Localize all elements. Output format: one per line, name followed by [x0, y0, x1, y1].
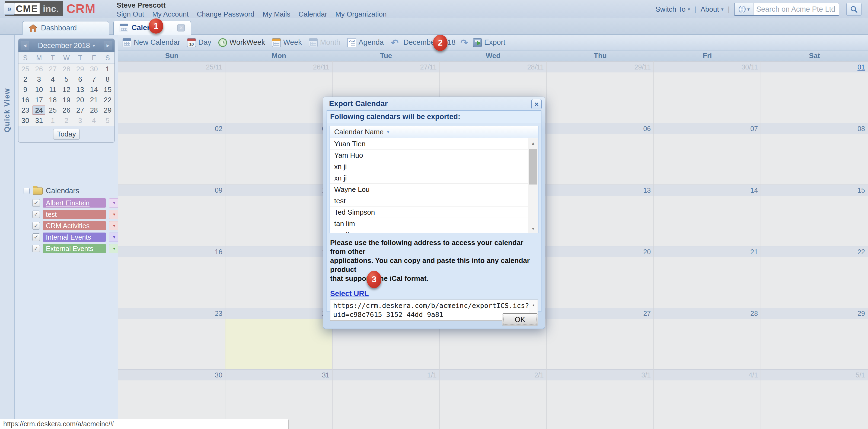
select-url-link[interactable]: Select URL — [330, 289, 369, 298]
day-cell-body[interactable] — [547, 380, 653, 429]
date-link[interactable]: 07 — [750, 125, 758, 132]
header-menu-link[interactable]: My Account — [152, 10, 188, 19]
header-menu-link[interactable]: My Mails — [262, 10, 290, 19]
date-link[interactable]: 31 — [322, 371, 330, 379]
calendar-checkbox[interactable]: ✓ — [32, 245, 40, 252]
sidebar-collapse-button[interactable]: » — [4, 3, 15, 14]
mini-date-cell[interactable]: 31 — [32, 115, 46, 126]
calendar-menu-button[interactable]: ▼ — [109, 210, 120, 219]
day-cell-body[interactable] — [225, 196, 332, 246]
mini-date-cell[interactable]: 17 — [32, 95, 46, 105]
search-input[interactable] — [753, 3, 839, 15]
mini-calendar-title[interactable]: December 2018 ▾ — [38, 41, 95, 50]
list-item[interactable]: Yam Huo — [330, 150, 538, 161]
date-link[interactable]: 28 — [750, 310, 758, 317]
date-link[interactable]: 28/11 — [527, 63, 544, 71]
quick-view-strip[interactable]: Quick View — [0, 35, 14, 429]
mini-date-cell[interactable]: 29 — [101, 105, 115, 115]
date-link[interactable]: 01 — [858, 63, 865, 71]
mini-date-cell[interactable]: 11 — [46, 84, 60, 95]
date-link[interactable]: 29 — [858, 310, 865, 317]
date-link[interactable]: 02 — [215, 125, 222, 132]
list-item[interactable]: test — [330, 195, 538, 207]
date-link[interactable]: 21 — [750, 248, 758, 255]
mini-date-cell[interactable]: 2 — [60, 115, 73, 126]
workweek-view-button[interactable]: WorkWeek — [218, 38, 265, 47]
day-cell-body[interactable] — [118, 72, 225, 123]
day-cell-body[interactable] — [654, 257, 761, 308]
date-link[interactable]: 20 — [643, 248, 651, 255]
mini-date-cell[interactable]: 18 — [46, 95, 60, 105]
list-item[interactable]: xn ji — [330, 161, 538, 172]
mini-prev-month-button[interactable]: ◄ — [21, 41, 29, 50]
mini-date-cell[interactable]: 2 — [19, 74, 32, 84]
mini-date-cell[interactable]: 26 — [32, 64, 46, 74]
mini-date-cell[interactable]: 7 — [87, 74, 101, 84]
day-view-button[interactable]: 10 Day — [187, 38, 211, 47]
calendar-checkbox[interactable]: ✓ — [32, 211, 40, 218]
list-item[interactable]: Yuan Tien — [330, 138, 538, 150]
date-link[interactable]: 30 — [215, 371, 222, 379]
today-button[interactable]: Today — [53, 129, 80, 140]
date-link[interactable]: 14 — [750, 186, 758, 194]
mini-date-cell[interactable]: 27 — [46, 64, 60, 74]
day-cell-body[interactable] — [118, 134, 225, 185]
day-cell-body[interactable] — [761, 380, 868, 429]
mini-date-cell[interactable]: 3 — [32, 74, 46, 84]
day-cell-body[interactable] — [118, 257, 225, 308]
mini-date-cell[interactable]: 30 — [19, 115, 32, 126]
mini-date-cell[interactable]: 4 — [46, 74, 60, 84]
mini-date-cell[interactable]: 23 — [19, 105, 32, 115]
day-cell-body[interactable] — [440, 380, 547, 429]
scroll-up-icon[interactable]: ▲ — [528, 139, 538, 148]
date-link[interactable]: 06 — [643, 125, 651, 132]
calendar-color-bar[interactable]: test — [43, 210, 106, 219]
date-link[interactable]: 30/11 — [741, 63, 758, 71]
day-cell-body[interactable] — [761, 257, 868, 308]
header-menu-link[interactable]: Calendar — [299, 10, 328, 19]
list-item[interactable]: Ted Simpson — [330, 207, 538, 218]
new-calendar-button[interactable]: New Calendar — [123, 38, 180, 47]
day-cell-body[interactable] — [225, 257, 332, 308]
day-cell-body[interactable] — [547, 257, 653, 308]
calendar-checkbox[interactable]: ✓ — [32, 199, 40, 207]
mini-date-cell[interactable]: 25 — [19, 64, 32, 74]
day-cell-body[interactable] — [761, 72, 868, 123]
search-scope-button[interactable]: ▾ — [735, 3, 753, 15]
mini-date-cell[interactable]: 10 — [32, 84, 46, 95]
mini-date-cell[interactable]: 28 — [60, 64, 73, 74]
calendar-color-bar[interactable]: External Events — [43, 244, 106, 253]
day-cell-body[interactable] — [547, 196, 653, 246]
tab-dashboard[interactable]: Dashboard — [22, 21, 109, 35]
mini-date-cell[interactable]: 28 — [87, 105, 101, 115]
collapse-node-icon[interactable]: − — [24, 188, 30, 194]
date-link[interactable]: 08 — [858, 125, 865, 132]
day-cell-body[interactable] — [654, 72, 761, 123]
date-link[interactable]: 1/1 — [427, 371, 437, 379]
mini-date-cell[interactable]: 13 — [73, 84, 87, 95]
day-cell-body[interactable] — [547, 72, 653, 123]
scroll-up-icon[interactable]: ▲ — [529, 300, 538, 310]
date-link[interactable]: 5/1 — [856, 371, 865, 379]
calendar-menu-button[interactable]: ▼ — [109, 198, 120, 208]
mini-date-cell[interactable]: 4 — [87, 115, 101, 126]
mini-date-cell[interactable]: 27 — [73, 105, 87, 115]
mini-date-cell[interactable]: 6 — [73, 74, 87, 84]
date-link[interactable]: 2/1 — [534, 371, 544, 379]
date-link[interactable]: 25/11 — [206, 63, 222, 71]
calendar-menu-button[interactable]: ▼ — [109, 221, 120, 231]
export-button[interactable]: Export — [473, 38, 505, 47]
calendar-checkbox[interactable]: ✓ — [32, 233, 40, 241]
mini-date-cell[interactable]: 25 — [46, 105, 60, 115]
calendar-checkbox[interactable]: ✓ — [32, 222, 40, 229]
mini-next-month-button[interactable]: ► — [104, 41, 112, 50]
calendar-color-bar[interactable]: Albert Einstein — [43, 198, 106, 208]
day-cell-body[interactable] — [654, 380, 761, 429]
day-cell-body[interactable] — [761, 196, 868, 246]
mini-date-cell[interactable]: 1 — [101, 64, 115, 74]
mini-date-cell[interactable]: 20 — [73, 95, 87, 105]
day-cell-body[interactable] — [225, 134, 332, 185]
list-scrollbar[interactable]: ▲ ▼ — [528, 139, 538, 233]
calendar-menu-button[interactable]: ▼ — [109, 233, 120, 242]
date-link[interactable]: 27/11 — [420, 63, 437, 71]
